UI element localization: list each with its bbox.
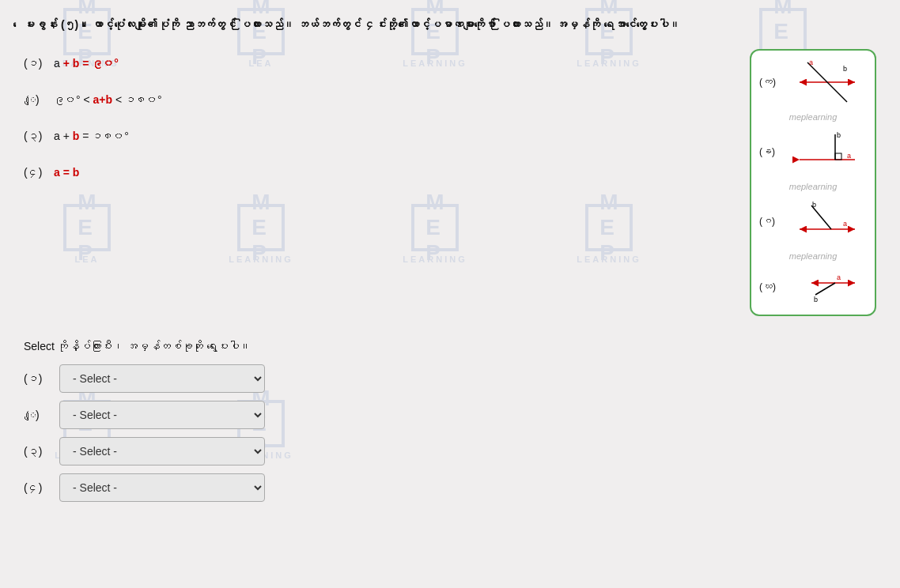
- q4-label: (၄): [24, 166, 47, 179]
- diag2-svg: b a: [792, 128, 863, 175]
- dropdown-row-1: (၁) - Select - (က) (ခ) (ဂ) (ဃ): [24, 364, 876, 393]
- svg-text:a: a: [843, 220, 847, 228]
- diagram-item-4: (ဃ): [759, 267, 867, 307]
- q3-formula: a + b = ၁၈၀°: [54, 130, 129, 142]
- question-list: (၁) a + b = ၉၀° (ျ) ၉၀° < a+b < ၁၈၀° (၃)…: [24, 49, 726, 179]
- dropdown-label-4: (၄): [24, 481, 47, 494]
- svg-text:b: b: [843, 65, 847, 73]
- svg-text:b: b: [814, 296, 818, 303]
- q2-formula: ၉၀° < a+b < ၁၈၀°: [54, 93, 162, 106]
- diagram-box: (က) a b: [750, 49, 876, 316]
- dropdown-row-3: (၃) - Select - (က) (ခ) (ဂ) (ဃ): [24, 437, 876, 466]
- diag3-svg: b a: [792, 198, 863, 245]
- diagram-item-3: (ဂ) b a: [759, 198, 867, 245]
- diag4-label: (ဃ): [759, 281, 787, 292]
- diag3-label: (ဂ): [759, 216, 787, 227]
- meplearning-1: meplearning: [789, 112, 838, 122]
- diag1-label: (က): [759, 77, 787, 88]
- svg-line-10: [811, 205, 831, 229]
- diagram-item-2: (ခ) b a: [759, 128, 867, 175]
- question-item-4: (၄) a = b: [24, 166, 726, 179]
- page-content: မေးခွန်း (၅)။ ထောင့်ပုံလေးမျိုး၏ပုံကို ည…: [0, 0, 900, 526]
- dropdown-label-2: (ျ): [24, 409, 47, 421]
- svg-rect-6: [835, 153, 841, 160]
- dropdown-select-1[interactable]: - Select - (က) (ခ) (ဂ) (ဃ): [59, 364, 265, 393]
- svg-text:b: b: [812, 201, 816, 209]
- svg-text:a: a: [837, 273, 841, 281]
- svg-text:b: b: [837, 131, 841, 139]
- q4-formula: a = b: [54, 166, 79, 179]
- diag1-svg: a b: [792, 58, 863, 106]
- diag4-svg: a b: [792, 267, 863, 307]
- diagram-item-1: (က) a b: [759, 58, 867, 106]
- dropdown-label-1: (၁): [24, 372, 47, 385]
- q2-label: (ျ): [24, 93, 47, 106]
- q1-formula: a + b = ၉၀°: [54, 57, 119, 70]
- meplearning-3: meplearning: [789, 251, 838, 261]
- question-area: (၁) a + b = ၉၀° (ျ) ၉၀° < a+b < ၁၈၀° (၃)…: [24, 49, 876, 316]
- svg-text:a: a: [809, 58, 813, 66]
- select-instruction: Select ကိုနှိပ်ထားပြီး၊ အမှန်တစ်ခုကို ရွ…: [24, 340, 876, 352]
- dropdown-row-2: (ျ) - Select - (က) (ခ) (ဂ) (ဃ): [24, 401, 876, 429]
- question-item-2: (ျ) ၉၀° < a+b < ၁၈၀°: [24, 93, 726, 106]
- dropdown-select-4[interactable]: - Select - (က) (ခ) (ဂ) (ဃ): [59, 473, 265, 502]
- dropdown-label-3: (၃): [24, 445, 47, 458]
- svg-line-14: [815, 283, 835, 295]
- dropdown-row-4: (၄) - Select - (က) (ခ) (ဂ) (ဃ): [24, 473, 876, 502]
- question-item-3: (၃) a + b = ၁၈၀°: [24, 130, 726, 142]
- svg-text:a: a: [847, 152, 851, 160]
- q1-label: (၁): [24, 57, 47, 70]
- meplearning-2: meplearning: [789, 182, 838, 191]
- header-text: မေးခွန်း (၅)။ ထောင့်ပုံလေးမျိုး၏ပုံကို ည…: [24, 16, 876, 33]
- dropdown-select-3[interactable]: - Select - (က) (ခ) (ဂ) (ဃ): [59, 437, 265, 466]
- dropdown-select-2[interactable]: - Select - (က) (ခ) (ဂ) (ဃ): [59, 401, 265, 429]
- question-item-1: (၁) a + b = ၉၀°: [24, 57, 726, 70]
- q3-label: (၃): [24, 130, 47, 142]
- diag2-label: (ခ): [759, 146, 787, 157]
